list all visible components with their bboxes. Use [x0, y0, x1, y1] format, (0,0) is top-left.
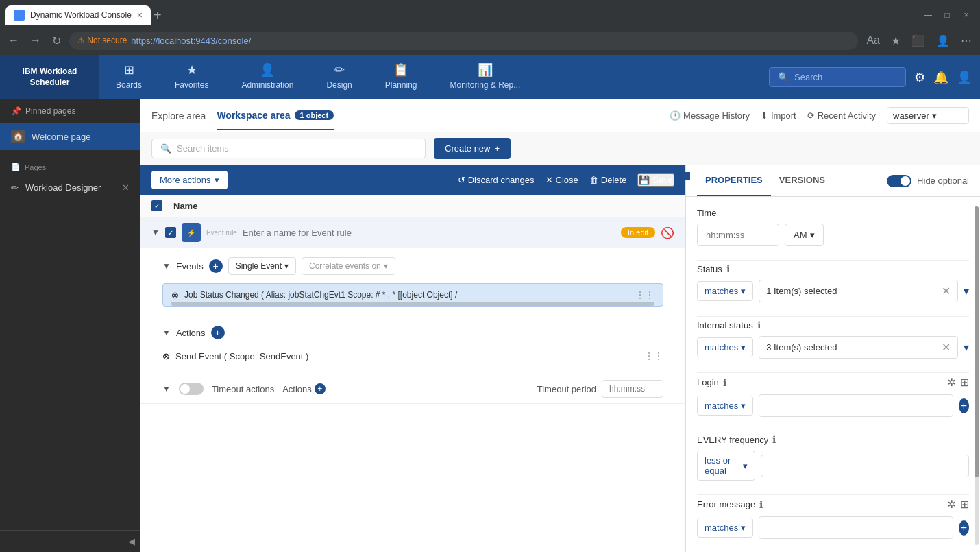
- rule-name-input[interactable]: [243, 228, 615, 238]
- timeout-add-button[interactable]: +: [315, 383, 326, 394]
- error-filter-icon[interactable]: ✲: [947, 498, 956, 511]
- search-field[interactable]: [177, 143, 417, 154]
- nav-favorites[interactable]: ★ Favorites: [158, 55, 225, 99]
- extensions-button[interactable]: ⬛: [909, 32, 928, 50]
- internal-clear-icon[interactable]: ✕: [942, 341, 951, 354]
- correlate-dropdown[interactable]: Correlate events on ▾: [302, 257, 395, 275]
- status-value-select[interactable]: 1 Item(s) selected ✕: [759, 280, 958, 302]
- timeout-collapse[interactable]: ▼: [162, 384, 171, 394]
- internal-status-value[interactable]: 3 Item(s) selected ✕: [759, 336, 958, 359]
- search-toolbar: 🔍 Create new +: [140, 132, 980, 165]
- active-tab[interactable]: Dynamic Workload Console ×: [5, 5, 151, 25]
- discard-changes-button[interactable]: ↺ Discard changes: [458, 175, 535, 185]
- url-bar[interactable]: ⚠ Not secure https://localhost:9443/cons…: [69, 32, 858, 50]
- error-info-icon[interactable]: ℹ: [759, 499, 763, 510]
- actions-collapse[interactable]: ▼: [162, 328, 171, 337]
- login-filter-icon[interactable]: ✲: [947, 376, 956, 389]
- status-expand-icon[interactable]: ▾: [964, 285, 969, 298]
- every-freq-operator[interactable]: less or equal ▾: [697, 451, 755, 481]
- maximize-button[interactable]: □: [939, 7, 955, 23]
- close-button[interactable]: ✕ Close: [546, 175, 578, 185]
- rule-delete-button[interactable]: 🚫: [661, 226, 674, 239]
- sidebar-workload-designer[interactable]: ✏ Workload Designer ✕: [0, 176, 140, 200]
- status-info-icon[interactable]: ℹ: [726, 263, 730, 274]
- error-regex-icon[interactable]: ⊞: [960, 498, 969, 511]
- nav-administration[interactable]: 👤 Administration: [225, 55, 310, 99]
- nav-monitoring[interactable]: 📊 Monitoring & Rep...: [434, 55, 537, 99]
- top-navigation: IBM Workload Scheduler ⊞ Boards ★ Favori…: [0, 55, 980, 99]
- every-freq-input[interactable]: [761, 455, 969, 477]
- timeout-actions-link[interactable]: Actions +: [282, 383, 326, 394]
- rule-checkbox[interactable]: ✓: [165, 227, 176, 238]
- error-add-button[interactable]: +: [959, 520, 969, 536]
- pinned-pages-section[interactable]: 📌 Pinned pages: [0, 99, 140, 123]
- status-clear-icon[interactable]: ✕: [942, 285, 951, 298]
- ampm-dropdown[interactable]: AM ▾: [785, 224, 824, 246]
- timeout-toggle[interactable]: [179, 383, 204, 395]
- event-remove-button[interactable]: ⊗: [171, 290, 179, 300]
- internal-expand-icon[interactable]: ▾: [964, 341, 969, 354]
- server-selector[interactable]: waserver ▾: [887, 107, 969, 124]
- user-profile-icon[interactable]: 👤: [957, 70, 972, 85]
- actions-label: Actions: [176, 328, 206, 338]
- more-actions-button[interactable]: More actions ▾: [151, 171, 228, 189]
- event-type-dropdown[interactable]: Single Event ▾: [228, 257, 296, 275]
- back-button[interactable]: ←: [5, 32, 22, 49]
- timeout-period-input[interactable]: [602, 380, 663, 398]
- action-drag-handle[interactable]: ⋮⋮: [644, 350, 663, 361]
- explore-tab[interactable]: Explore area: [151, 102, 206, 130]
- internal-status-info-icon[interactable]: ℹ: [757, 320, 761, 331]
- error-message-input[interactable]: [759, 516, 953, 539]
- add-action-button[interactable]: +: [211, 326, 225, 339]
- login-regex-icon[interactable]: ⊞: [960, 376, 969, 389]
- nav-boards[interactable]: ⊞ Boards: [99, 55, 158, 99]
- login-input[interactable]: [759, 394, 953, 417]
- delete-button[interactable]: 🗑 Delete: [589, 175, 627, 185]
- reader-view-button[interactable]: Aa: [863, 32, 883, 49]
- login-add-button[interactable]: +: [959, 398, 969, 413]
- settings-nav-icon[interactable]: ⚙: [914, 70, 925, 85]
- status-matches-dropdown[interactable]: matches ▾: [697, 281, 753, 301]
- events-collapse[interactable]: ▼: [162, 261, 171, 271]
- sidebar-collapse-button[interactable]: ◀: [0, 530, 140, 552]
- search-items-input[interactable]: 🔍: [151, 139, 426, 158]
- tab-close-button[interactable]: ×: [137, 10, 143, 21]
- nav-design[interactable]: ✏ Design: [310, 55, 368, 99]
- global-search[interactable]: 🔍: [769, 67, 906, 87]
- event-drag-handle[interactable]: ⋮⋮: [635, 289, 654, 300]
- workspace-area-tab[interactable]: Workspace area 1 object: [217, 101, 334, 130]
- recent-activity-button[interactable]: ⟳ Recent Activity: [807, 110, 876, 121]
- import-button[interactable]: ⬇ Import: [761, 110, 796, 121]
- nav-planning[interactable]: 📋 Planning: [369, 55, 434, 99]
- window-close-button[interactable]: ×: [958, 7, 975, 23]
- refresh-button[interactable]: ↻: [49, 32, 64, 50]
- forward-button[interactable]: →: [27, 32, 44, 49]
- hide-optional-switch[interactable]: [887, 175, 911, 187]
- hide-optional-toggle[interactable]: Hide optional: [887, 175, 969, 187]
- select-all-checkbox[interactable]: ✓: [151, 200, 162, 211]
- favorites-button[interactable]: ★: [888, 32, 903, 50]
- time-input[interactable]: [697, 224, 779, 246]
- collapse-arrow[interactable]: ▼: [151, 228, 160, 237]
- create-new-button[interactable]: Create new +: [434, 138, 511, 159]
- minimize-button[interactable]: —: [920, 7, 936, 23]
- settings-button[interactable]: ⋯: [958, 32, 975, 50]
- login-info-icon[interactable]: ℹ: [723, 377, 726, 388]
- sidebar-welcome[interactable]: 🏠 Welcome page: [0, 123, 140, 150]
- versions-tab[interactable]: VERSIONS: [771, 165, 833, 196]
- add-event-button[interactable]: +: [209, 259, 223, 273]
- notifications-icon[interactable]: 🔔: [933, 70, 948, 85]
- profile-button[interactable]: 👤: [933, 32, 953, 50]
- every-freq-info-icon[interactable]: ℹ: [772, 434, 776, 445]
- panel-scrollbar[interactable]: [975, 206, 979, 545]
- action-remove-button[interactable]: ⊗: [162, 351, 170, 361]
- internal-status-matches[interactable]: matches ▾: [697, 337, 753, 357]
- save-button[interactable]: 💾 Save: [637, 173, 674, 187]
- login-matches[interactable]: matches ▾: [697, 396, 753, 416]
- error-matches[interactable]: matches ▾: [697, 518, 753, 538]
- properties-tab[interactable]: PROPERTIES: [697, 165, 771, 196]
- message-history-button[interactable]: 🕐 Message History: [670, 110, 750, 121]
- workload-close-icon[interactable]: ✕: [122, 182, 130, 193]
- search-input[interactable]: [794, 72, 897, 82]
- new-tab-button[interactable]: +: [154, 8, 162, 23]
